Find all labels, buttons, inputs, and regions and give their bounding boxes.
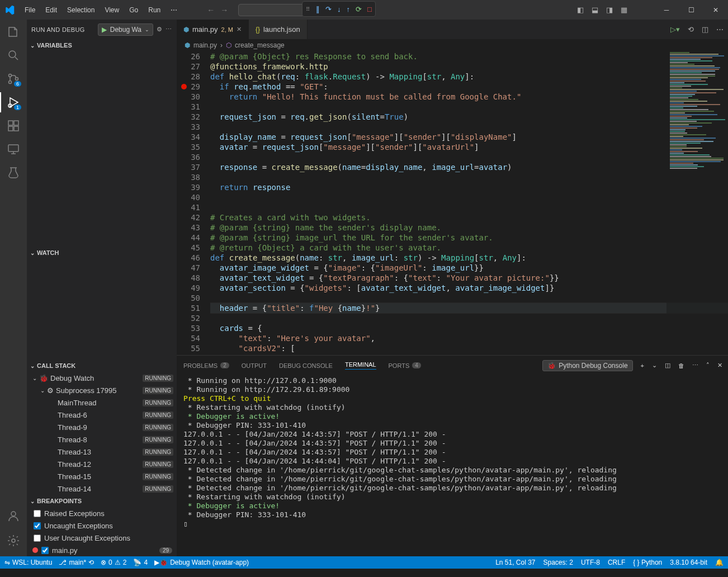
testing-icon[interactable] xyxy=(7,166,20,179)
code-line[interactable]: return "Hello! This function must be cal… xyxy=(210,92,728,102)
code-line[interactable]: request_json = req.get_json(silent=True) xyxy=(210,112,728,122)
problems-indicator[interactable]: ⊗0⚠2 xyxy=(101,559,126,566)
launch-config-select[interactable]: ▶ Debug Wa ⌄ xyxy=(98,23,153,36)
branch-indicator[interactable]: ⎇main*⟲ xyxy=(59,559,94,566)
breakpoint-checkbox[interactable] xyxy=(41,547,49,554)
code-line[interactable]: avatar_section = {"widgets": [avatar_tex… xyxy=(210,283,728,293)
more-actions-icon[interactable]: ⋯ xyxy=(166,26,172,33)
terminal-output[interactable]: * Running on http://127.0.0.1:9000 * Run… xyxy=(177,375,728,556)
breakpoint-row[interactable]: Uncaught Exceptions xyxy=(27,519,177,532)
menu-selection[interactable]: Selection xyxy=(63,4,99,16)
menu-go[interactable]: Go xyxy=(125,4,143,16)
code-line[interactable]: @functions_framework.http xyxy=(210,62,728,72)
toggle-panel-icon[interactable]: ⬓ xyxy=(592,6,598,14)
code-line[interactable]: # Creates a card with two widgets. xyxy=(210,212,728,223)
drag-handle-icon[interactable]: ⠿ xyxy=(306,6,310,12)
callstack-row[interactable]: MainThreadRUNNING xyxy=(27,396,177,409)
code-line[interactable]: # @param {string} name the sender's disp… xyxy=(210,223,728,233)
start-debug-icon[interactable]: ▶ xyxy=(102,26,107,34)
breakpoint-file-row[interactable]: main.py29 xyxy=(27,544,177,556)
breakpoint-checkbox[interactable] xyxy=(34,535,41,542)
search-icon[interactable] xyxy=(7,49,20,62)
nav-fwd-icon[interactable]: → xyxy=(220,6,228,15)
close-panel-icon[interactable]: ✕ xyxy=(717,362,722,369)
code-line[interactable]: return response xyxy=(210,182,728,192)
code-line[interactable]: avatar = request_json["message"]["sender… xyxy=(210,142,728,152)
code-line[interactable]: # @param {string} image_url the URL for … xyxy=(210,233,728,243)
terminal-chevron-icon[interactable]: ⌄ xyxy=(652,362,657,369)
menu-view[interactable]: View xyxy=(100,4,124,16)
debug-stop-icon[interactable]: □ xyxy=(367,5,372,13)
code-line[interactable]: def hello_chat(req: flask.Request) -> Ma… xyxy=(210,72,728,82)
close-tab-icon[interactable]: ✕ xyxy=(237,26,242,33)
callstack-row[interactable]: Thread-14RUNNING xyxy=(27,483,177,495)
code-line[interactable]: header = {"title": f"Hey {name}!"} xyxy=(210,303,728,313)
extensions-icon[interactable] xyxy=(7,119,20,133)
breakpoint-dot-icon[interactable] xyxy=(181,84,187,89)
kill-terminal-icon[interactable]: 🗑 xyxy=(678,362,684,369)
eol-status[interactable]: CRLF xyxy=(608,559,625,566)
callstack-row[interactable]: ⌄🐞Debug WatchRUNNING xyxy=(27,372,177,384)
remote-indicator[interactable]: ⇋WSL: Ubuntu xyxy=(4,559,52,566)
code-line[interactable]: "text": "Here's your avatar", xyxy=(210,333,728,343)
menu-file[interactable]: File xyxy=(20,4,40,16)
code-editor[interactable]: 2627282930313233343536373839404142434445… xyxy=(177,51,728,355)
split-terminal-icon[interactable]: ◫ xyxy=(665,362,670,369)
callstack-row[interactable]: Thread-13RUNNING xyxy=(27,446,177,458)
configure-icon[interactable]: ⚙ xyxy=(157,26,162,33)
minimize-button[interactable]: ─ xyxy=(654,0,679,20)
code-line[interactable] xyxy=(210,172,728,182)
code-line[interactable] xyxy=(210,293,728,303)
debug-status[interactable]: ▶🐞Debug Watch (avatar-app) xyxy=(154,559,249,566)
notifications-icon[interactable]: 🔔 xyxy=(715,559,724,566)
run-debug-icon[interactable]: 1 xyxy=(7,96,20,109)
breakpoint-row[interactable]: User Uncaught Exceptions xyxy=(27,532,177,544)
menu-⋯[interactable]: ⋯ xyxy=(166,4,182,16)
close-button[interactable]: ✕ xyxy=(703,0,728,20)
callstack-header[interactable]: ⌄CALL STACK xyxy=(27,360,177,372)
callstack-row[interactable]: ⌄⚙Subprocess 17995RUNNING xyxy=(27,384,177,396)
editor-tab[interactable]: ⬢main.py2, M✕ xyxy=(177,20,249,39)
code-line[interactable]: # @param {Object} res Response to send b… xyxy=(210,51,728,62)
customize-layout-icon[interactable]: ▦ xyxy=(621,6,627,14)
callstack-row[interactable]: Thread-12RUNNING xyxy=(27,458,177,470)
panel-tab-ports[interactable]: PORTS4 xyxy=(389,362,421,369)
debug-alt-icon[interactable]: ⟲ xyxy=(688,25,694,34)
code-line[interactable]: response = create_message(name=display_n… xyxy=(210,162,728,172)
interpreter-status[interactable]: 3.8.10 64-bit xyxy=(670,559,707,566)
code-line[interactable]: # @return {Object} a card with the user'… xyxy=(210,243,728,253)
new-terminal-icon[interactable]: + xyxy=(641,362,644,369)
watch-header[interactable]: ⌄WATCH xyxy=(27,247,177,259)
breakpoint-checkbox[interactable] xyxy=(34,522,41,529)
debug-restart-icon[interactable]: ⟳ xyxy=(356,5,362,13)
more-editor-icon[interactable]: ⋯ xyxy=(716,25,724,34)
code-line[interactable]: "cardsV2": [ xyxy=(210,343,728,353)
debug-pause-icon[interactable]: ‖ xyxy=(316,5,320,13)
indent-status[interactable]: Spaces: 2 xyxy=(543,559,573,566)
code-line[interactable] xyxy=(210,192,728,202)
scm-icon[interactable]: 6 xyxy=(7,72,20,86)
editor-tab[interactable]: {}launch.json xyxy=(249,20,308,39)
breakpoints-header[interactable]: ⌄BREAKPOINTS xyxy=(27,495,177,507)
code-line[interactable]: def create_message(name: str, image_url:… xyxy=(210,253,728,263)
nav-back-icon[interactable]: ← xyxy=(207,6,215,15)
maximize-button[interactable]: ☐ xyxy=(679,0,703,20)
explorer-icon[interactable] xyxy=(7,25,20,39)
panel-tab-output[interactable]: OUTPUT xyxy=(242,362,267,369)
sync-icon[interactable]: ⟲ xyxy=(88,559,94,566)
remote-explorer-icon[interactable] xyxy=(7,143,20,156)
code-line[interactable] xyxy=(210,152,728,162)
callstack-row[interactable]: Thread-6RUNNING xyxy=(27,409,177,421)
maximize-panel-icon[interactable]: ˄ xyxy=(706,362,710,369)
code-line[interactable]: display_name = request_json["message"]["… xyxy=(210,132,728,142)
accounts-icon[interactable] xyxy=(7,509,20,523)
breakpoint-checkbox[interactable] xyxy=(34,510,41,517)
debug-stepinto-icon[interactable]: ↓ xyxy=(337,5,341,13)
terminal-selector[interactable]: 🐞Python Debug Console xyxy=(542,360,632,371)
settings-icon[interactable] xyxy=(7,534,20,547)
encoding-status[interactable]: UTF-8 xyxy=(581,559,600,566)
debug-stepout-icon[interactable]: ↑ xyxy=(347,5,351,13)
debug-stepover-icon[interactable]: ↷ xyxy=(325,5,332,13)
code-line[interactable]: avatar_image_widget = {"image": {"imageU… xyxy=(210,263,728,273)
language-status[interactable]: { } Python xyxy=(633,559,662,566)
